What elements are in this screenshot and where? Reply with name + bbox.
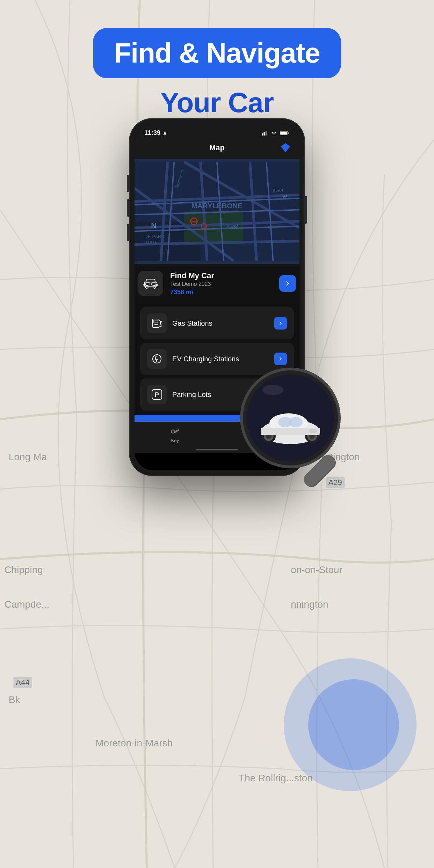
svg-rect-1	[262, 133, 263, 135]
ev-charging-icon	[151, 353, 163, 365]
svg-text:N: N	[151, 221, 156, 229]
home-bar	[196, 449, 238, 450]
svg-text:P: P	[155, 391, 159, 398]
headline-line2: Your Car	[160, 87, 274, 119]
svg-text:A5: A5	[283, 195, 288, 199]
ev-charging-icon-box	[147, 349, 167, 369]
headline-line1: Find & Navigate	[114, 38, 320, 68]
gas-stations-arrow[interactable]	[274, 317, 287, 330]
svg-rect-69	[310, 429, 317, 433]
svg-rect-5	[280, 131, 287, 135]
map-header: Map	[135, 139, 299, 159]
signal-icon	[262, 131, 268, 136]
location-arrow-icon	[162, 131, 167, 136]
find-car-arrow-button[interactable]	[279, 275, 296, 292]
svg-point-72	[262, 385, 283, 395]
svg-point-61	[289, 417, 303, 427]
ev-arrow-icon	[278, 356, 283, 362]
svg-text:DE PARK: DE PARK	[144, 234, 164, 239]
svg-rect-6	[288, 132, 289, 134]
gas-arrow-icon	[278, 320, 283, 326]
parking-icon: P	[151, 388, 163, 401]
status-icons	[262, 131, 290, 136]
svg-point-46	[160, 321, 162, 323]
phone-mockup: 11:39	[130, 119, 304, 475]
svg-rect-45	[154, 320, 158, 323]
find-my-car-card[interactable]: Find My Car Test Demo 2023 7358 mi	[135, 264, 299, 303]
status-time: 11:39	[144, 129, 167, 137]
svg-text:MARYLEBONE: MARYLEBONE	[191, 202, 243, 210]
phone-map-view[interactable]: MARYLEBONE A5204 DE PARK STATE A5201 A5	[135, 159, 299, 264]
car-info: Find My Car Test Demo 2023 7358 mi	[170, 271, 272, 296]
map-title: Map	[154, 143, 280, 152]
phone-button-vol-up	[127, 199, 130, 217]
parking-icon-box: P	[147, 385, 167, 404]
phone-notch	[196, 127, 238, 138]
car-icon	[143, 277, 158, 290]
menu-item-gas-stations[interactable]: Gas Stations	[140, 307, 294, 339]
svg-text:STATE: STATE	[144, 240, 158, 245]
magnifier-decoration	[234, 362, 346, 489]
key-icon	[170, 427, 180, 436]
tab-key-label: Key	[171, 438, 179, 443]
top-section: Find & Navigate Your Car	[0, 28, 434, 119]
battery-icon	[280, 131, 290, 136]
chevron-right-icon	[284, 280, 291, 287]
wifi-icon	[271, 131, 277, 136]
car-name: Find My Car	[170, 271, 272, 280]
blue-glow-inner	[308, 679, 399, 770]
car-model: Test Demo 2023	[170, 281, 272, 287]
headline-badge: Find & Navigate	[93, 28, 341, 78]
phone-button-vol-down	[127, 224, 130, 241]
svg-rect-41	[151, 283, 156, 285]
car-mileage: 7358 mi	[170, 289, 272, 296]
svg-text:A5204: A5204	[227, 224, 238, 229]
tab-key[interactable]: Key	[170, 427, 180, 443]
phone-button-power	[304, 196, 307, 224]
svg-rect-3	[265, 131, 267, 135]
diamond-icon[interactable]	[280, 142, 291, 153]
gas-stations-icon-box	[147, 313, 167, 333]
svg-text:A5201: A5201	[273, 188, 283, 192]
car-icon-box	[138, 271, 163, 296]
gas-stations-label: Gas Stations	[172, 319, 269, 327]
svg-rect-2	[263, 132, 265, 135]
svg-rect-40	[145, 283, 150, 285]
gas-pump-icon	[151, 317, 163, 330]
phone-button-mute	[127, 175, 130, 192]
